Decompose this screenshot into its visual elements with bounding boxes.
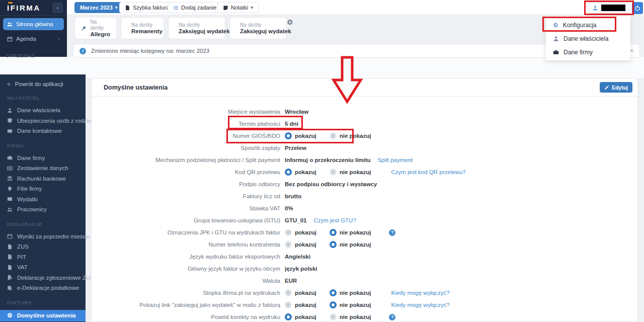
radio-option-pokazuj[interactable]: pokazuj bbox=[285, 301, 316, 308]
config-item-dane-kontaktowe[interactable]: Dane kontaktowe bbox=[0, 126, 86, 136]
setting-row: Główny język faktur w języku obcymjęzyk … bbox=[92, 263, 637, 275]
copy-icon bbox=[7, 285, 13, 291]
radio-option-nie-pokazuj[interactable]: nie pokazuj bbox=[330, 132, 371, 139]
radio-icon[interactable] bbox=[330, 289, 337, 296]
setting-row: Mechanizm podzielonej płatności / Split … bbox=[92, 154, 637, 166]
radio-icon[interactable] bbox=[285, 169, 292, 176]
config-item-label: ZUS bbox=[17, 244, 29, 250]
edit-button[interactable]: Edytuj bbox=[600, 82, 632, 93]
banner-close-icon[interactable]: × bbox=[630, 47, 633, 54]
doc-icon bbox=[7, 265, 13, 270]
radio-icon[interactable] bbox=[330, 313, 337, 320]
setting-help-link[interactable]: Split payment bbox=[378, 157, 413, 163]
setting-help-link[interactable]: Czym jest kod QR przelewu? bbox=[391, 169, 465, 175]
user-dropdown-menu: ⚙KonfiguracjaDane właścicielaDane firmy bbox=[546, 16, 630, 60]
config-item-label: Ubezpieczenia osób z rodziny bbox=[17, 118, 94, 124]
sidebar-collapse-button[interactable]: ‹ bbox=[52, 3, 63, 13]
doc-icon bbox=[7, 254, 13, 260]
radio-icon[interactable] bbox=[330, 132, 337, 139]
radio-icon[interactable] bbox=[285, 289, 292, 296]
radio-icon[interactable] bbox=[285, 301, 292, 308]
config-item-label: Dane kontaktowe bbox=[17, 128, 62, 134]
setting-help-link[interactable]: Czym jest GTU? bbox=[313, 217, 356, 223]
gear-icon: ⚙ bbox=[553, 22, 558, 29]
shortcut-zaksi-guj-wydatek[interactable]: Na skrótyZaksięguj wydatek bbox=[168, 17, 225, 39]
config-item-domyślne-ustawienia[interactable]: ⚙Domyślne ustawienia bbox=[0, 310, 86, 321]
radio-option-pokazuj[interactable]: pokazuj bbox=[285, 229, 316, 236]
radio-option-pokazuj[interactable]: pokazuj bbox=[285, 313, 316, 320]
config-item-ubezpieczenia-osób-z-rodziny[interactable]: Ubezpieczenia osób z rodziny bbox=[0, 116, 86, 126]
menu-item-label: Dane właściciela bbox=[564, 35, 608, 42]
shortcuts-gear-icon[interactable]: ⚙ bbox=[287, 18, 293, 26]
shortcut-remanenty[interactable]: Na skrótyRemanenty bbox=[121, 17, 164, 39]
setting-help-link[interactable]: Kiedy mogę wyłączyć? bbox=[391, 302, 449, 308]
config-item-zus[interactable]: ZUS bbox=[0, 242, 86, 252]
setting-value: język polski bbox=[285, 266, 317, 272]
config-item-pit[interactable]: PIT bbox=[0, 252, 86, 263]
shortcut-allegro[interactable]: Na skrótyAllegro bbox=[74, 17, 117, 39]
radio-option-nie-pokazuj[interactable]: nie pokazuj bbox=[330, 229, 371, 236]
config-item-rachunki-bankowe[interactable]: Rachunki bankowe bbox=[0, 174, 86, 184]
back-to-app-link[interactable]: « Powrót do aplikacji bbox=[0, 79, 86, 89]
config-item-deklaracje-zgłoszeniowe-zus[interactable]: Deklaracje zgłoszeniowe ZUS bbox=[0, 273, 86, 283]
radio-option-nie-pokazuj[interactable]: nie pokazuj bbox=[330, 313, 371, 320]
config-item-dane-właściciela[interactable]: Dane właściciela bbox=[0, 105, 86, 116]
month-selector-button[interactable]: Marzec 2023 ▾ bbox=[74, 2, 123, 13]
setting-value: 5 dni bbox=[285, 121, 298, 127]
main-sidebar: IFIRMA ‹ Strona głównaAgenda› SPRZEDAŻ bbox=[0, 0, 67, 57]
radio-icon[interactable] bbox=[330, 169, 337, 176]
notes-button[interactable]: Notatki ▾ bbox=[217, 2, 259, 13]
radio-icon[interactable] bbox=[285, 132, 292, 139]
radio-option-nie-pokazuj[interactable]: nie pokazuj bbox=[330, 301, 371, 308]
radio-label: pokazuj bbox=[295, 302, 316, 308]
power-icon bbox=[634, 5, 640, 11]
radio-option-pokazuj[interactable]: pokazuj bbox=[285, 169, 316, 176]
radio-icon[interactable] bbox=[330, 229, 337, 236]
sidebar-item-strona-g-wna[interactable]: Strona główna bbox=[3, 18, 64, 30]
radio-icon[interactable] bbox=[285, 241, 292, 248]
card-icon bbox=[7, 128, 13, 134]
add-task-button[interactable]: Dodaj zadanie bbox=[168, 2, 222, 13]
radio-option-nie-pokazuj[interactable]: nie pokazuj bbox=[330, 169, 371, 176]
radio-label: pokazuj bbox=[295, 169, 316, 175]
radio-option-pokazuj[interactable]: pokazuj bbox=[285, 132, 316, 139]
menu-item-dane-w-a-ciciela[interactable]: Dane właściciela bbox=[546, 32, 630, 45]
config-item-filie-firmy[interactable]: Filie firmy bbox=[0, 184, 86, 194]
setting-value: 0% bbox=[285, 205, 293, 211]
setting-row: Język wydruku faktur eksportowychAngiels… bbox=[92, 251, 637, 263]
radio-icon[interactable] bbox=[285, 229, 292, 236]
config-item-label: Dane firmy bbox=[17, 155, 45, 161]
radio-option-nie-pokazuj[interactable]: nie pokazuj bbox=[330, 289, 371, 296]
radio-label: nie pokazuj bbox=[340, 290, 371, 296]
question-help-icon[interactable]: ? bbox=[389, 314, 395, 320]
setting-label: Powód korekty na wydruku bbox=[92, 314, 280, 320]
quick-invoice-button[interactable]: Szybka faktura bbox=[119, 2, 175, 13]
setting-value: Informuj o przekroczeniu limitu bbox=[285, 157, 371, 163]
radio-icon[interactable] bbox=[285, 313, 292, 320]
radio-icon[interactable] bbox=[330, 241, 337, 248]
shortcut-zaksi-guj-wydatek[interactable]: Na skrótyZaksięguj wydatek bbox=[229, 17, 287, 39]
config-section: WŁAŚCICIELDane właścicielaUbezpieczenia … bbox=[0, 95, 86, 136]
sidebar-item-agenda[interactable]: Agenda› bbox=[3, 33, 64, 45]
user-account-button[interactable] bbox=[589, 2, 630, 14]
config-item-zestawienie-danych[interactable]: Zestawienie danych bbox=[0, 163, 86, 174]
setting-label: Mechanizm podzielonej płatności / Split … bbox=[92, 157, 280, 163]
chevron-right-icon: › bbox=[58, 36, 60, 42]
menu-item-konfiguracja[interactable]: ⚙Konfiguracja bbox=[546, 18, 630, 32]
config-item-e-deklaracje-podatkowe[interactable]: e-Deklaracje podatkowe bbox=[0, 283, 86, 293]
config-item-wydatki[interactable]: Wydatki bbox=[0, 194, 86, 205]
config-item-wyniki-za-poprzedni-miesiąc[interactable]: Wyniki za poprzedni miesiąc bbox=[0, 231, 86, 242]
config-item-pracownicy[interactable]: Pracownicy bbox=[0, 204, 86, 215]
people-icon bbox=[7, 22, 13, 27]
radio-option-pokazuj[interactable]: pokazuj bbox=[285, 289, 316, 296]
config-item-dane-firmy[interactable]: Dane firmy bbox=[0, 153, 86, 164]
logout-button[interactable] bbox=[632, 2, 643, 14]
pin-icon bbox=[7, 186, 13, 192]
question-help-icon[interactable]: ? bbox=[389, 229, 395, 236]
setting-help-link[interactable]: Kiedy mogę wyłączyć? bbox=[391, 290, 449, 296]
radio-option-pokazuj[interactable]: pokazuj bbox=[285, 241, 316, 248]
radio-icon[interactable] bbox=[330, 301, 337, 308]
menu-item-dane-firmy[interactable]: Dane firmy bbox=[546, 45, 630, 59]
radio-option-nie-pokazuj[interactable]: nie pokazuj bbox=[330, 241, 371, 248]
config-item-vat[interactable]: VAT bbox=[0, 262, 86, 273]
